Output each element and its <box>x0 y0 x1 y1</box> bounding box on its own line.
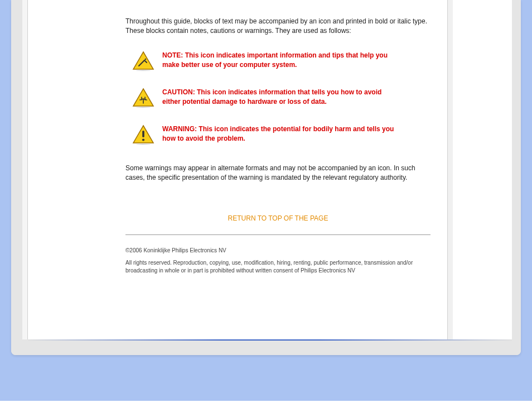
svg-point-8 <box>142 138 144 141</box>
note-text: NOTE: This icon indicates important info… <box>162 51 396 70</box>
svg-point-6 <box>134 144 152 145</box>
intro-paragraph: Throughout this guide, blocks of text ma… <box>125 17 431 36</box>
copyright-text: ©2006 Koninklijke Philips Electronics NV <box>125 247 431 253</box>
svg-marker-0 <box>133 52 153 69</box>
svg-point-2 <box>145 58 147 60</box>
return-to-top-link[interactable]: RETURN TO TOP OF THE PAGE <box>125 214 431 222</box>
right-spine <box>447 0 453 339</box>
note-block: NOTE: This icon indicates important info… <box>125 51 431 71</box>
caution-text: CAUTION: This icon indicates information… <box>162 88 396 107</box>
caution-block: CAUTION: This icon indicates information… <box>125 88 431 108</box>
svg-point-1 <box>134 70 152 71</box>
shell-bottom <box>11 341 521 355</box>
left-spine <box>22 0 28 339</box>
note-icon <box>132 51 154 71</box>
svg-point-4 <box>134 107 152 108</box>
warning-text: WARNING: This icon indicates the potenti… <box>162 124 396 144</box>
svg-rect-7 <box>142 131 144 137</box>
warning-block: WARNING: This icon indicates the potenti… <box>125 124 431 145</box>
warning-icon <box>132 124 154 145</box>
closing-paragraph: Some warnings may appear in alternate fo… <box>125 164 431 183</box>
separator <box>125 234 431 235</box>
caution-icon <box>132 88 154 108</box>
right-page <box>453 0 512 339</box>
content-page: Throughout this guide, blocks of text ma… <box>28 0 447 339</box>
outer-frame: Throughout this guide, blocks of text ma… <box>0 0 532 401</box>
page-shell: Throughout this guide, blocks of text ma… <box>11 0 521 355</box>
rights-text: All rights reserved. Reproduction, copyi… <box>125 259 431 275</box>
